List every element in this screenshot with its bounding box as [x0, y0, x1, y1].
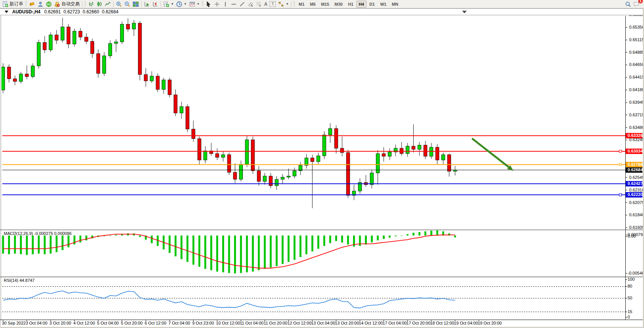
- fibonacci-tool-button[interactable]: F: [255, 0, 263, 8]
- candle-up: [281, 177, 284, 180]
- svg-text:4 Oct 12:00: 4 Oct 12:00: [73, 321, 95, 325]
- quote-close: 0.62684: [102, 9, 118, 14]
- line-handle-marker[interactable]: [619, 194, 622, 196]
- tile-windows-button[interactable]: [132, 0, 140, 8]
- candle-up: [418, 145, 421, 149]
- candle-up: [222, 155, 225, 158]
- trendline-tool-button[interactable]: [238, 0, 246, 8]
- macd-bar: [38, 236, 40, 254]
- price-axis[interactable]: 0.633260.630340.627860.626840.624270.622…: [625, 12, 644, 319]
- svg-text:0.64650: 0.64650: [629, 62, 644, 67]
- trend-arrow-annotation[interactable]: [472, 138, 514, 171]
- tf-button-d1[interactable]: D1: [367, 1, 377, 8]
- svg-text:0.64885: 0.64885: [629, 50, 644, 55]
- tf-button-h1[interactable]: H1: [346, 1, 356, 8]
- svg-text:0.63245: 0.63245: [629, 137, 644, 142]
- tf-button-m5[interactable]: M5: [308, 1, 318, 8]
- arrows-tool-button[interactable]: ▼: [277, 0, 290, 8]
- candle-down: [257, 171, 260, 182]
- svg-text:10 Oct 12:00: 10 Oct 12:00: [216, 321, 240, 325]
- text-tool-button[interactable]: A: [263, 0, 269, 8]
- line-chart-button[interactable]: [104, 0, 112, 8]
- candlestick-chart-button[interactable]: [95, 0, 104, 8]
- candle-up: [204, 151, 207, 160]
- tf-button-m1[interactable]: M1: [296, 1, 307, 8]
- chart-shift-button[interactable]: [151, 0, 159, 8]
- channel-tool-button[interactable]: E: [246, 0, 255, 8]
- text-label-tool-button[interactable]: T: [268, 0, 277, 8]
- tf-button-h4[interactable]: H4: [357, 1, 366, 8]
- quote-high: 0.62723: [63, 9, 80, 14]
- bar-chart-button[interactable]: [87, 0, 95, 8]
- templates-button[interactable]: ▼: [188, 0, 201, 8]
- profile-button[interactable]: [36, 0, 45, 8]
- macd-histogram: [2, 230, 456, 273]
- macd-bar: [294, 236, 296, 260]
- svg-text:18 Oct 12:00: 18 Oct 12:00: [430, 321, 454, 325]
- cursor-tool-button[interactable]: [204, 0, 213, 8]
- chevron-down-icon: ▼: [197, 2, 200, 6]
- indicators-button[interactable]: ▼: [162, 0, 175, 8]
- svg-text:0.64415: 0.64415: [629, 75, 644, 79]
- macd-bar: [56, 236, 58, 252]
- chart-shift-marker-icon[interactable]: [462, 11, 467, 13]
- line-handle-marker[interactable]: [619, 150, 622, 153]
- candle-up: [239, 164, 243, 179]
- tf-button-m15[interactable]: M15: [319, 1, 331, 8]
- main-price-panel[interactable]: [2, 18, 626, 208]
- tf-button-w1[interactable]: W1: [378, 1, 389, 8]
- crosshair-icon: [214, 1, 220, 7]
- notifications-button[interactable]: 1: [632, 0, 641, 8]
- bar-chart-icon: [88, 1, 94, 7]
- macd-bar: [305, 236, 307, 254]
- macd-bar: [317, 236, 319, 249]
- svg-text:100: 100: [628, 277, 634, 281]
- svg-text:0.00: 0.00: [628, 234, 636, 238]
- rsi-panel[interactable]: [2, 286, 625, 312]
- horizontal-line-tool-button[interactable]: [230, 0, 238, 8]
- time-axis[interactable]: 30 Sep 20223 Oct 04:003 Oct 20:004 Oct 1…: [2, 320, 502, 325]
- crosshair-tool-button[interactable]: [213, 0, 221, 8]
- chart-shift-icon: [152, 1, 158, 7]
- svg-text:5 Oct 04:00: 5 Oct 04:00: [97, 321, 119, 325]
- candle-down: [340, 148, 344, 153]
- svg-text:30 Sep 2022: 30 Sep 2022: [2, 321, 26, 325]
- one-click-trading-toggle-icon[interactable]: [5, 11, 8, 13]
- svg-text:17 Oct 20:00: 17 Oct 20:00: [406, 321, 430, 325]
- macd-panel[interactable]: [2, 230, 456, 273]
- search-button[interactable]: [624, 0, 632, 8]
- new-order-button[interactable]: 新订单: [1, 0, 24, 8]
- candle-up: [49, 35, 52, 50]
- macd-bar: [222, 236, 224, 272]
- macd-bar: [276, 236, 278, 266]
- zoom-out-button[interactable]: [123, 0, 132, 8]
- macd-bar: [85, 236, 87, 241]
- candle-up: [108, 43, 112, 56]
- svg-text:0.63326: 0.63326: [628, 133, 643, 138]
- tf-button-mn[interactable]: MN: [389, 1, 400, 8]
- gold-ingot-button[interactable]: [28, 0, 36, 8]
- macd-bar: [329, 236, 331, 243]
- macd-bar: [151, 236, 153, 243]
- vertical-line-tool-button[interactable]: [221, 0, 230, 8]
- macd-bar: [210, 236, 212, 270]
- macd-bar: [62, 236, 64, 250]
- candle-down: [168, 80, 171, 95]
- chart-canvas[interactable]: 0.633260.630340.627860.626840.624270.622…: [0, 0, 644, 328]
- svg-text:19 Oct 04:00: 19 Oct 04:00: [454, 321, 478, 325]
- svg-text:0.65115: 0.65115: [629, 37, 644, 42]
- line-handle-marker[interactable]: [619, 163, 622, 166]
- zoom-in-button[interactable]: [115, 0, 123, 8]
- signal-button[interactable]: [45, 0, 53, 8]
- periods-button[interactable]: ▼: [175, 0, 188, 8]
- macd-bar: [50, 236, 51, 254]
- tf-button-m30[interactable]: M30: [332, 1, 345, 8]
- macd-bar: [175, 236, 177, 257]
- auto-scroll-button[interactable]: [143, 0, 151, 8]
- rsi-line: [3, 291, 455, 308]
- candle-down: [186, 106, 189, 129]
- horizontal-price-lines: [2, 136, 625, 196]
- autotrading-button[interactable]: 自动交易: [53, 0, 81, 8]
- candle-down: [412, 146, 415, 149]
- candle-up: [442, 155, 445, 160]
